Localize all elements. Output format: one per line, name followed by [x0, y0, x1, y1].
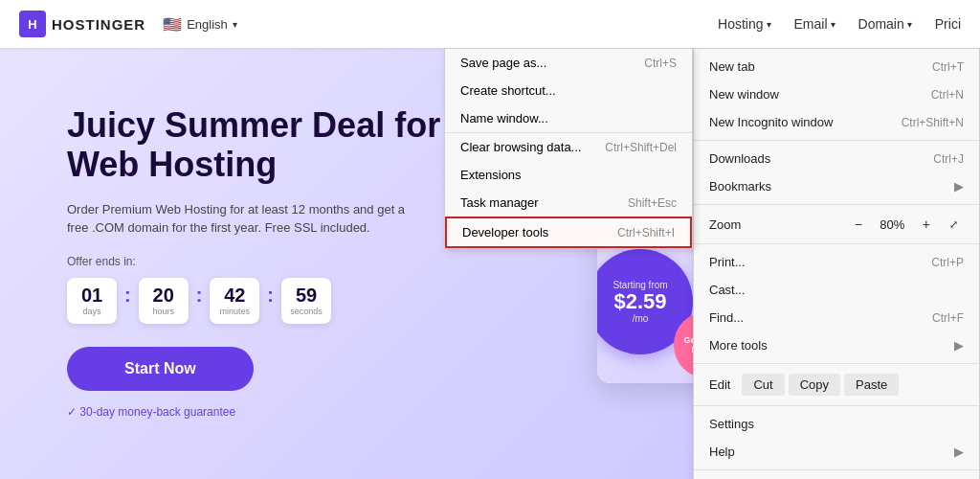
chevron-down-icon: ▾	[767, 19, 771, 30]
copy-button[interactable]: Copy	[789, 374, 840, 396]
logo-text: HOSTINGER	[52, 16, 145, 33]
countdown-seconds: 59 seconds	[281, 278, 331, 324]
nav-email[interactable]: Email ▾	[794, 16, 835, 32]
menu-section-settings: Settings Help ▶	[694, 406, 979, 470]
countdown-sep-2: :	[196, 285, 203, 307]
countdown-sep-3: :	[267, 285, 274, 307]
language-selector[interactable]: 🇺🇸 English ▾	[163, 15, 237, 34]
countdown-days: 01 days	[67, 278, 117, 324]
offer-label: Offer ends in:	[67, 255, 469, 268]
countdown-timer: 01 days : 20 hours : 42 minutes : 59 sec…	[67, 278, 469, 324]
menu-help[interactable]: Help ▶	[694, 438, 979, 466]
start-now-button[interactable]: Start Now	[67, 347, 254, 391]
chevron-down-icon: ▾	[831, 19, 835, 30]
hero-title: Juicy Summer Deal for Web Hosting	[67, 105, 469, 185]
menu-section-exit: Exit	[694, 470, 979, 479]
browser-dot-2	[624, 87, 634, 97]
zoom-minus-button[interactable]: −	[849, 215, 868, 234]
language-label: English	[187, 17, 228, 32]
menu-settings[interactable]: Settings	[694, 410, 979, 438]
paste-button[interactable]: Paste	[844, 374, 899, 396]
nav-pricing[interactable]: Prici	[935, 16, 961, 32]
menu-section-downloads: Downloads Ctrl+J Bookmarks ▶	[694, 141, 979, 205]
logo[interactable]: H HOSTINGER	[19, 11, 145, 37]
flag-icon: 🇺🇸	[163, 15, 182, 34]
hero-content: Juicy Summer Deal for Web Hosting Order …	[67, 105, 469, 420]
zoom-row: Zoom − 80% + ⤢	[694, 209, 979, 240]
logo-icon: H	[19, 11, 46, 37]
hero-section: Juicy Summer Deal for Web Hosting Order …	[0, 48, 980, 479]
zoom-plus-button[interactable]: +	[917, 215, 936, 234]
edit-row: Edit Cut Copy Paste	[694, 368, 979, 401]
hero-description: Order Premium Web Hosting for at least 1…	[67, 200, 421, 238]
menu-new-window[interactable]: New window Ctrl+N	[694, 80, 979, 108]
cut-button[interactable]: Cut	[742, 374, 784, 396]
context-menu[interactable]: New tab Ctrl+T New window Ctrl+N New Inc…	[693, 48, 980, 479]
menu-section-edit: Edit Cut Copy Paste	[694, 364, 979, 406]
menu-new-tab[interactable]: New tab Ctrl+T	[694, 53, 979, 80]
menu-print[interactable]: Print... Ctrl+P	[694, 248, 979, 276]
menu-section-zoom: Zoom − 80% + ⤢	[694, 205, 979, 244]
menu-section-new: New tab Ctrl+T New window Ctrl+N New Inc…	[694, 49, 979, 141]
menu-save-page[interactable]: Save page as... Ctrl+S	[445, 49, 692, 77]
nav-right: Hosting ▾ Email ▾ Domain ▾ Prici	[718, 16, 961, 32]
browser-dot-1	[609, 87, 618, 97]
browser-dot-3	[639, 87, 649, 97]
zoom-expand-button[interactable]: ⤢	[944, 217, 964, 233]
menu-cast[interactable]: Cast...	[694, 276, 979, 304]
money-back-text: 30-day money-back guarantee	[67, 405, 235, 419]
menu-new-incognito[interactable]: New Incognito window Ctrl+Shift+N	[694, 108, 979, 136]
chevron-down-icon: ▾	[907, 19, 912, 30]
nav-hosting[interactable]: Hosting ▾	[718, 16, 770, 32]
menu-find[interactable]: Find... Ctrl+F	[694, 304, 979, 331]
countdown-minutes: 42 minutes	[210, 278, 259, 324]
navbar: H HOSTINGER 🇺🇸 English ▾ Hosting ▾ Email…	[0, 0, 980, 48]
countdown-sep-1: :	[124, 285, 131, 307]
menu-more-tools[interactable]: More tools ▶	[694, 331, 979, 359]
chevron-down-icon: ▾	[233, 19, 237, 30]
menu-section-print: Print... Ctrl+P Cast... Find... Ctrl+F M…	[694, 244, 979, 364]
menu-downloads[interactable]: Downloads Ctrl+J	[694, 145, 979, 172]
menu-bookmarks[interactable]: Bookmarks ▶	[694, 172, 979, 200]
nav-domain[interactable]: Domain ▾	[858, 16, 912, 32]
countdown-hours: 20 hours	[139, 278, 189, 324]
menu-exit[interactable]: Exit	[694, 474, 979, 479]
